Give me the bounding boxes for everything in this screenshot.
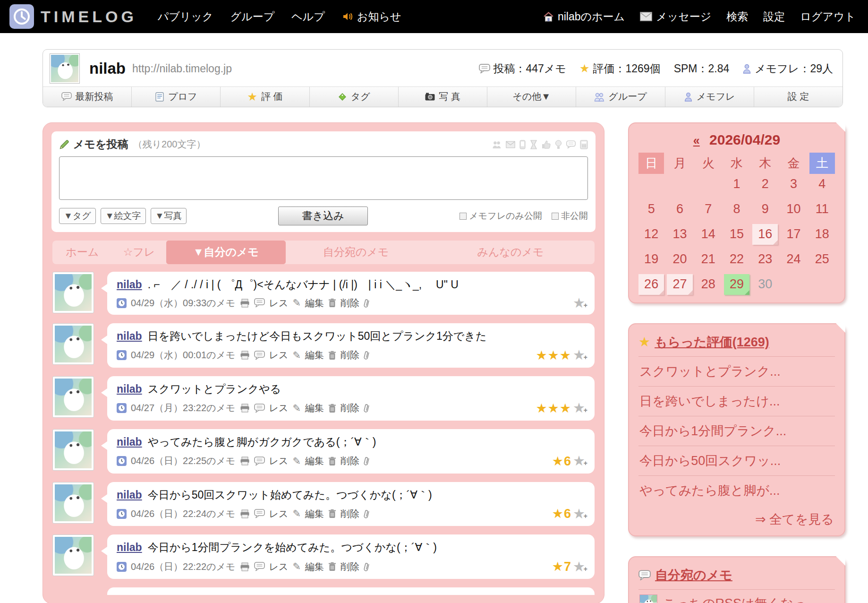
add-star-icon[interactable]: ★+ [573, 454, 585, 468]
add-star-icon[interactable]: ★+ [573, 296, 585, 310]
rating-item[interactable]: やってみたら腹と脚が... [638, 476, 835, 505]
user-avatar[interactable] [52, 534, 94, 576]
calendar-day[interactable]: 16 [752, 224, 778, 245]
nav-news[interactable]: お知らせ [342, 9, 401, 24]
rating-item[interactable]: スクワットとプランク... [638, 357, 835, 387]
trash-icon[interactable] [328, 457, 336, 466]
add-star-icon[interactable]: ★+ [573, 348, 585, 362]
reply-link[interactable]: レス [269, 402, 289, 414]
checkbox-icon[interactable] [552, 213, 559, 220]
tab-rating[interactable]: ★ 評 価 [220, 87, 309, 107]
printer-icon[interactable] [240, 457, 250, 465]
tab-everyones-memos[interactable]: みんなのメモ [426, 241, 595, 264]
printer-icon[interactable] [240, 562, 250, 571]
memo-user-link[interactable]: nilab [117, 489, 142, 501]
calendar-day[interactable]: 27 [667, 274, 692, 295]
see-all-ratings-link[interactable]: ⇒ 全てを見る [638, 505, 835, 528]
edit-link[interactable]: 編集 [305, 297, 324, 310]
memos-to-me-link[interactable]: 自分宛のメモ [655, 567, 732, 584]
delete-link[interactable]: 削除 [340, 560, 359, 573]
rating-item[interactable]: 日を跨いでしまったけ... [638, 387, 835, 416]
memo-to-me-item[interactable]: こっちのRSSは無くなっ... [638, 590, 835, 603]
mail-icon[interactable] [506, 141, 515, 148]
reply-bubble-icon[interactable] [254, 509, 265, 518]
memo-user-link[interactable]: nilab [117, 436, 142, 448]
memo-user-link[interactable]: nilab [117, 330, 142, 342]
reply-link[interactable]: レス [269, 349, 289, 362]
paperclip-icon[interactable] [363, 508, 371, 519]
add-star-icon[interactable]: ★+ [573, 401, 585, 415]
printer-icon[interactable] [240, 404, 250, 413]
tab-profile[interactable]: プロフ [131, 87, 220, 107]
reply-link[interactable]: レス [269, 560, 289, 573]
delete-link[interactable]: 削除 [340, 402, 359, 414]
photo-dropdown-button[interactable]: ▼写真 [151, 208, 187, 224]
delete-link[interactable]: 削除 [340, 349, 359, 362]
reply-link[interactable]: レス [269, 508, 289, 520]
paperclip-icon[interactable] [363, 561, 371, 572]
hourglass-icon[interactable] [530, 140, 537, 149]
edit-link[interactable]: 編集 [305, 560, 324, 573]
people-icon[interactable] [492, 140, 502, 149]
edit-link[interactable]: 編集 [305, 349, 324, 362]
memo-textarea[interactable] [59, 156, 588, 200]
tab-others[interactable]: その他▼ [487, 87, 576, 107]
received-ratings-link[interactable]: もらった評価(1269) [655, 334, 769, 351]
trash-icon[interactable] [328, 351, 336, 360]
delete-link[interactable]: 削除 [340, 508, 359, 520]
reply-bubble-icon[interactable] [254, 404, 265, 413]
tab-memo-friends[interactable]: メモフレ [665, 87, 754, 107]
tab-settings[interactable]: 設 定 [754, 87, 842, 107]
rating-item[interactable]: 今日から50回スクワッ... [638, 446, 835, 476]
profile-avatar[interactable] [50, 53, 80, 84]
edit-link[interactable]: 編集 [305, 402, 324, 414]
paperclip-icon[interactable] [363, 350, 371, 361]
user-avatar[interactable] [52, 376, 94, 418]
tab-home[interactable]: ホーム [52, 241, 112, 264]
checkbox-icon[interactable] [460, 213, 467, 220]
tab-memos-to-me[interactable]: 自分宛のメモ [286, 241, 426, 264]
add-star-icon[interactable]: ★+ [573, 560, 585, 574]
paperclip-icon[interactable] [363, 456, 371, 466]
tab-my-memos[interactable]: ▼自分のメモ [166, 241, 286, 264]
lamp-icon[interactable] [555, 140, 562, 149]
edit-link[interactable]: 編集 [305, 455, 324, 467]
calendar-prev-link[interactable]: « [693, 134, 700, 147]
reply-link[interactable]: レス [269, 455, 289, 467]
add-star-icon[interactable]: ★+ [573, 507, 585, 521]
nav-my-home[interactable]: nilabのホーム [543, 9, 625, 24]
comment-icon[interactable] [566, 140, 576, 149]
reply-link[interactable]: レス [269, 297, 289, 310]
rating-item[interactable]: 今日から1分間プランク... [638, 416, 835, 446]
memo-user-link[interactable]: nilab [117, 541, 142, 553]
reply-bubble-icon[interactable] [254, 351, 265, 360]
user-avatar[interactable] [52, 272, 94, 313]
profile-url[interactable]: http://nilab.timelog.jp [132, 62, 232, 75]
trash-icon[interactable] [328, 298, 336, 308]
trash-icon[interactable] [328, 509, 336, 518]
tab-latest-posts[interactable]: 最新投稿 [43, 87, 131, 107]
delete-link[interactable]: 削除 [340, 455, 359, 467]
paperclip-icon[interactable] [363, 403, 371, 413]
user-avatar[interactable] [52, 323, 94, 365]
timelog-logo[interactable] [9, 4, 34, 29]
mobile-icon[interactable] [519, 140, 526, 149]
nav-settings[interactable]: 設定 [763, 9, 785, 24]
calendar-day[interactable]: 26 [638, 274, 664, 295]
user-avatar[interactable] [52, 429, 94, 471]
nav-help[interactable]: ヘルプ [291, 9, 325, 24]
trash-icon[interactable] [328, 562, 336, 571]
tab-photos[interactable]: 写 真 [398, 87, 487, 107]
calendar-day[interactable]: 29 [724, 274, 749, 295]
trash-icon[interactable] [328, 404, 336, 413]
printer-icon[interactable] [240, 509, 250, 518]
submit-memo-button[interactable]: 書き込み [278, 207, 368, 225]
paperclip-icon[interactable] [363, 298, 371, 309]
nav-group[interactable]: グループ [230, 9, 275, 24]
thumb-icon[interactable] [542, 140, 551, 149]
user-avatar[interactable] [52, 482, 94, 524]
logo-wordmark[interactable]: TIMELOG [41, 8, 137, 26]
tab-tags[interactable]: タグ [309, 87, 398, 107]
emoji-dropdown-button[interactable]: ▼絵文字 [101, 208, 146, 224]
tag-dropdown-button[interactable]: ▼タグ [59, 208, 96, 224]
